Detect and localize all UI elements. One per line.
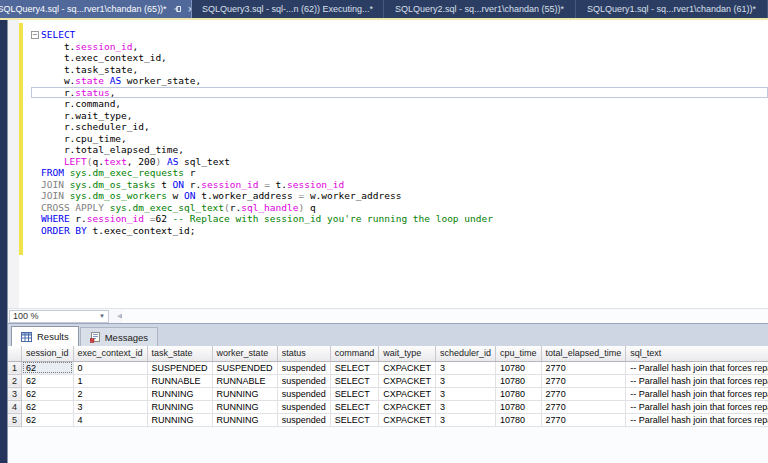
grid-cell[interactable]: CXPACKET — [379, 387, 436, 400]
column-header-scheduler_id[interactable]: scheduler_id — [436, 346, 496, 361]
code-line[interactable]: FROM sys.dm_exec_requests r — [31, 167, 768, 179]
column-header-sql_text[interactable]: sql_text — [626, 346, 768, 361]
grid-cell[interactable]: CXPACKET — [379, 400, 436, 413]
grid-cell[interactable]: CXPACKET — [379, 374, 436, 387]
grid-cell[interactable]: 2770 — [541, 374, 626, 387]
grid-cell[interactable]: -- Parallel hash join that forces repart… — [626, 387, 768, 400]
code-line[interactable]: w.state AS worker_state, — [31, 75, 768, 87]
grid-cell[interactable]: 3 — [436, 387, 496, 400]
code-line[interactable]: WHERE r.session_id =62 -- Replace with s… — [31, 213, 768, 225]
grid-cell[interactable]: 62 — [22, 374, 74, 387]
grid-cell[interactable]: 1 — [73, 374, 147, 387]
code-line[interactable]: JOIN sys.dm_os_workers w ON t.worker_add… — [31, 190, 768, 202]
grid-cell[interactable]: SELECT — [330, 361, 379, 374]
code-line[interactable]: JOIN sys.dm_os_tasks t ON r.session_id =… — [31, 179, 768, 191]
grid-cell[interactable]: 2770 — [541, 400, 626, 413]
grid-cell[interactable]: 10780 — [496, 413, 542, 426]
code-line[interactable]: LEFT(q.text, 200) AS sql_text — [31, 156, 768, 168]
grid-cell[interactable]: -- Parallel hash join that forces repart… — [626, 413, 768, 426]
grid-cell[interactable]: SELECT — [330, 413, 379, 426]
column-header-status[interactable]: status — [277, 346, 330, 361]
grid-cell[interactable]: RUNNABLE — [147, 374, 212, 387]
tab-sqlquery3[interactable]: SQLQuery3.sql - sql-...n (62)) Executing… — [192, 0, 384, 18]
tab-messages[interactable]: Messages — [80, 327, 158, 346]
grid-cell[interactable]: 3 — [436, 413, 496, 426]
grid-cell[interactable]: 10780 — [496, 400, 542, 413]
column-header-cpu_time[interactable]: cpu_time — [496, 346, 542, 361]
column-header-total_elapsed_time[interactable]: total_elapsed_time — [541, 346, 626, 361]
code-line[interactable]: r.status, — [31, 87, 768, 99]
code-line[interactable]: ORDER BY t.exec_context_id; — [31, 225, 768, 237]
grid-cell[interactable]: -- Parallel hash join that forces repart… — [626, 400, 768, 413]
tab-sqlquery1[interactable]: SQLQuery1.sql - sq...rver1\chandan (61))… — [576, 0, 768, 18]
grid-cell[interactable]: RUNNABLE — [212, 374, 277, 387]
grid-cell[interactable]: 2770 — [541, 361, 626, 374]
grid-cell[interactable]: 0 — [73, 361, 147, 374]
grid-cell[interactable]: 10780 — [496, 387, 542, 400]
grid-cell[interactable]: RUNNING — [147, 400, 212, 413]
tab-results[interactable]: Results — [11, 326, 79, 346]
row-number-cell[interactable]: 5 — [8, 413, 22, 426]
grid-cell[interactable]: RUNNING — [147, 387, 212, 400]
row-number-cell[interactable]: 1 — [8, 361, 22, 374]
sql-code[interactable]: −SELECT t.session_id, t.exec_context_id,… — [31, 20, 768, 236]
code-line[interactable]: CROSS APPLY sys.dm_exec_sql_text(r.sql_h… — [31, 202, 768, 214]
grid-cell[interactable]: 62 — [22, 400, 74, 413]
grid-cell[interactable]: 10780 — [496, 361, 542, 374]
code-line[interactable]: t.task_state, — [31, 64, 768, 76]
code-line[interactable]: −SELECT — [31, 29, 768, 41]
tab-sqlquery4[interactable]: SQLQuery4.sql - sq...rver1\chandan (65))… — [0, 0, 192, 18]
editor-zoom-select[interactable]: 100 % ▼ — [9, 310, 109, 323]
column-header-session_id[interactable]: session_id — [22, 346, 74, 361]
code-line[interactable]: r.wait_type, — [31, 110, 768, 122]
grid-cell[interactable]: 3 — [436, 400, 496, 413]
grid-cell[interactable]: SELECT — [330, 374, 379, 387]
code-line[interactable]: r.total_elapsed_time, — [31, 144, 768, 156]
grid-cell[interactable]: 2 — [73, 387, 147, 400]
grid-cell[interactable]: SUSPENDED — [212, 361, 277, 374]
code-line[interactable]: r.command, — [31, 98, 768, 110]
column-header-worker_state[interactable]: worker_state — [212, 346, 277, 361]
grid-cell[interactable]: RUNNING — [212, 413, 277, 426]
pin-icon[interactable] — [174, 5, 182, 13]
grid-cell[interactable]: 2770 — [541, 387, 626, 400]
tab-sqlquery2[interactable]: SQLQuery2.sql - sq...rver1\chandan (55))… — [384, 0, 576, 18]
row-number-header[interactable] — [8, 346, 22, 361]
row-number-cell[interactable]: 3 — [8, 387, 22, 400]
code-line[interactable]: t.exec_context_id, — [31, 52, 768, 64]
grid-cell[interactable]: suspended — [277, 413, 330, 426]
column-header-wait_type[interactable]: wait_type — [379, 346, 436, 361]
editor-horizontal-scrollbar[interactable] — [122, 310, 768, 323]
grid-cell[interactable]: -- Parallel hash join that forces repart… — [626, 374, 768, 387]
grid-cell[interactable]: CXPACKET — [379, 413, 436, 426]
grid-cell[interactable]: SUSPENDED — [147, 361, 212, 374]
grid-cell[interactable]: RUNNING — [212, 400, 277, 413]
row-number-cell[interactable]: 4 — [8, 400, 22, 413]
grid-cell[interactable]: 62 — [22, 387, 74, 400]
grid-cell[interactable]: SELECT — [330, 400, 379, 413]
fold-collapse-icon[interactable]: − — [31, 31, 39, 39]
grid-cell[interactable]: suspended — [277, 400, 330, 413]
column-header-exec_context_id[interactable]: exec_context_id — [73, 346, 147, 361]
code-line[interactable]: t.session_id, — [31, 41, 768, 53]
grid-cell[interactable]: suspended — [277, 374, 330, 387]
grid-cell[interactable]: RUNNING — [147, 413, 212, 426]
grid-cell[interactable]: RUNNING — [212, 387, 277, 400]
grid-cell[interactable]: 2770 — [541, 413, 626, 426]
grid-cell[interactable]: SELECT — [330, 387, 379, 400]
column-header-command[interactable]: command — [330, 346, 379, 361]
column-header-task_state[interactable]: task_state — [147, 346, 212, 361]
code-line[interactable]: r.cpu_time, — [31, 133, 768, 145]
grid-cell[interactable]: 3 — [436, 374, 496, 387]
grid-cell[interactable]: suspended — [277, 387, 330, 400]
grid-cell[interactable]: 62 — [22, 361, 74, 374]
grid-cell[interactable]: CXPACKET — [379, 361, 436, 374]
code-line[interactable]: r.scheduler_id, — [31, 121, 768, 133]
grid-cell[interactable]: 3 — [73, 400, 147, 413]
sql-editor[interactable]: −SELECT t.session_id, t.exec_context_id,… — [8, 20, 768, 308]
grid-cell[interactable]: 3 — [436, 361, 496, 374]
row-number-cell[interactable]: 2 — [8, 374, 22, 387]
grid-cell[interactable]: 62 — [22, 413, 74, 426]
grid-cell[interactable]: 4 — [73, 413, 147, 426]
grid-cell[interactable]: -- Parallel hash join that forces repart… — [626, 361, 768, 374]
